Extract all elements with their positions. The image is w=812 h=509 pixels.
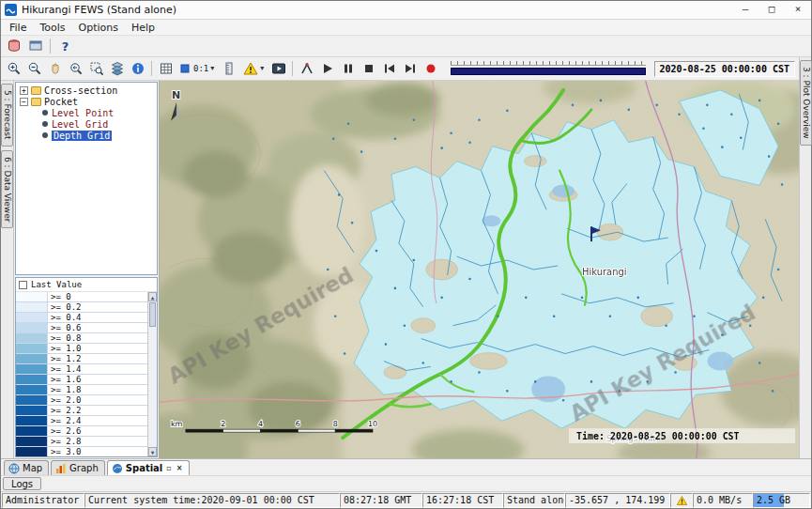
legend-label: >= 3.0 [48,447,147,456]
explorer-button[interactable] [25,37,45,56]
pan-hand-icon [48,61,63,76]
zoom-extent-button[interactable] [86,59,106,79]
legend-label: >= 1.2 [48,354,147,363]
tree-node-cross-section[interactable]: + Cross-section [16,85,157,96]
legend-row: >= 1.6 [16,375,147,385]
menu-tools[interactable]: Tools [33,21,71,35]
application-window: Hikurangi FEWS (Stand alone) — □ × File … [0,0,812,509]
folder-icon [31,98,41,106]
tab-map[interactable]: Map [4,460,49,475]
toolbar-separator [50,39,51,54]
zoom-in-button[interactable] [4,59,23,79]
tree-leaf-level-grid[interactable]: Level Grid [16,118,157,130]
status-system-time: Current system time:2020-09-01 00:00 CST [84,493,340,508]
legend-row: >= 1.8 [16,385,147,395]
scrollbar-thumb[interactable] [149,302,156,327]
threshold-warning-dropdown[interactable]: ▾ [239,59,268,79]
tab-spatial[interactable]: Spatial ▫ × [107,460,191,475]
folder-icon [31,86,41,95]
spatial-sphere-icon [112,463,123,474]
legend-swatch [16,333,48,343]
movie-icon [271,61,286,76]
ruler-icon [222,61,237,76]
tab-plot-overview[interactable]: 3 : Plot Overview [800,60,812,146]
skip-end-icon [403,61,418,76]
record-button[interactable] [421,59,440,79]
value-scale-icon [180,61,192,76]
status-mode: Stand alone [503,493,565,508]
menu-options[interactable]: Options [72,21,125,35]
legend-scrollbar[interactable]: ▲ ▼ [147,292,157,456]
time-slider[interactable] [451,61,645,76]
tree-node-label: Cross-section [44,85,117,96]
undock-tab-icon[interactable]: ▫ [165,465,172,472]
status-memory-usage: 2.5 GB [753,493,810,508]
menu-help[interactable]: Help [125,21,161,35]
tree-leaf-level-point[interactable]: Level Point [16,107,157,118]
legend-row: >= 0.4 [16,313,147,323]
minimize-button[interactable]: — [732,1,758,19]
globe-icon [8,463,20,474]
close-tab-icon[interactable]: × [176,465,184,472]
scrollbar-track[interactable] [148,328,157,447]
status-warning-cell[interactable] [670,493,693,508]
map-canvas[interactable]: API Key Required API Key Required Hikura… [160,81,799,458]
go-to-start-button[interactable] [379,59,399,79]
map-toolbar: 0:1 ▾ ▾ [1,57,799,81]
tab-data-viewer[interactable]: 6 : Data Viewer [1,150,13,228]
collapse-minus-icon[interactable]: − [20,98,28,106]
record-icon [423,61,438,76]
profile-ruler-button[interactable] [219,59,238,79]
tree-leaf-depth-grid[interactable]: Depth Grid [16,130,157,141]
legend-swatch [16,375,48,384]
legend-swatch [16,385,48,394]
expand-plus-icon[interactable]: + [20,86,28,95]
help-icon: ? [62,39,69,54]
zoom-previous-icon [69,61,84,76]
database-icon [7,39,22,54]
menu-file[interactable]: File [3,21,33,35]
tab-graph[interactable]: Graph [51,460,105,475]
play-button[interactable] [317,59,337,79]
legend-label: >= 1.6 [48,375,147,384]
scroll-down-icon[interactable]: ▼ [148,447,157,456]
legend-label: >= 0 [48,292,147,301]
scroll-up-icon[interactable]: ▲ [148,292,157,301]
animation-display-button[interactable] [268,59,288,79]
map-view[interactable]: API Key Required API Key Required Hikura… [159,81,799,458]
close-button[interactable]: × [785,1,811,19]
legend-swatch [16,364,48,374]
tab-forecast[interactable]: 5 : Forecast [1,84,13,147]
pan-button[interactable] [45,59,65,79]
legend-row: >= 2.2 [16,406,147,416]
longitudinal-section-button[interactable] [297,59,316,79]
grid-display-button[interactable] [156,59,176,79]
layers-button[interactable] [107,59,127,79]
go-to-end-button[interactable] [400,59,420,79]
time-slider-bar[interactable] [451,68,645,75]
legend-row: >= 2.8 [16,437,147,447]
open-database-button[interactable] [4,37,23,56]
zoom-previous-button[interactable] [66,59,85,79]
info-button[interactable] [128,59,147,79]
legend-label: >= 1.8 [48,385,147,394]
zoom-out-button[interactable] [24,59,44,79]
legend-label: >= 1.4 [48,364,147,374]
toolbar-separator [292,61,293,76]
info-icon [130,61,146,76]
zoom-out-icon [27,61,42,76]
pause-button[interactable] [338,59,358,79]
legend-label: >= 2.2 [48,406,147,415]
logs-button[interactable]: Logs [3,477,41,490]
bar-chart-icon [55,463,67,474]
stop-button[interactable] [359,59,378,79]
maximize-button[interactable]: □ [758,1,785,19]
last-value-checkbox[interactable] [19,281,27,289]
left-shortcut-strip: 5 : Forecast 6 : Data Viewer [1,81,14,458]
value-scale-dropdown[interactable]: 0:1 ▾ [176,59,218,79]
help-button[interactable]: ? [55,37,75,56]
data-viewer-panel: + Cross-section − Pocket Level Point [14,81,159,458]
status-dot-icon [42,132,48,138]
window-title: Hikurangi FEWS (Stand alone) [22,4,732,16]
tree-node-pocket[interactable]: − Pocket [16,96,157,107]
